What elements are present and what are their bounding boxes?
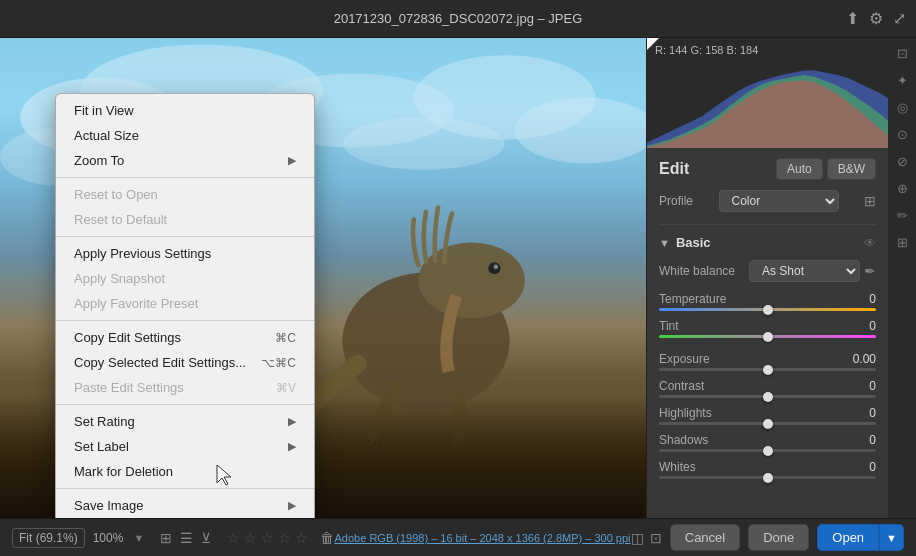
trash-icon[interactable]: 🗑 <box>320 530 334 546</box>
red-eye-icon[interactable]: ◎ <box>897 100 908 115</box>
brush-icon[interactable]: ✏ <box>897 208 908 223</box>
open-button-group: Open ▼ <box>817 524 904 551</box>
panel-icons-strip: ⊡ ✦ ◎ ⊙ ⊘ ⊕ ✏ ⊞ <box>888 38 916 518</box>
exposure-slider-row: Exposure 0.00 <box>659 352 876 371</box>
profile-row: Profile Color ⊞ <box>659 190 876 212</box>
auto-button[interactable]: Auto <box>776 158 823 180</box>
highlights-thumb[interactable] <box>763 419 773 429</box>
temperature-label: Temperature <box>659 292 726 306</box>
menu-item-copy-selected[interactable]: Copy Selected Edit Settings... ⌥⌘C <box>56 350 314 375</box>
file-info: Adobe RGB (1998) – 16 bit – 2048 x 1366 … <box>335 532 631 544</box>
menu-item-mark-deletion[interactable]: Mark for Deletion <box>56 459 314 484</box>
menu-item-apply-favorite: Apply Favorite Preset <box>56 291 314 316</box>
tint-track[interactable] <box>659 335 876 338</box>
edit-panel: Edit Auto B&W Profile Color ⊞ ▼ Basic 👁 <box>647 148 916 518</box>
share-icon[interactable]: ⬆ <box>846 9 859 28</box>
bottom-left: Fit (69.1%) 100% ▼ ⊞ ☰ ⊻ ☆ ☆ ☆ ☆ ☆ 🗑 <box>12 528 334 548</box>
temperature-track[interactable] <box>659 308 876 311</box>
menu-item-copy-edit[interactable]: Copy Edit Settings ⌘C <box>56 325 314 350</box>
visibility-icon[interactable]: 👁 <box>864 236 876 250</box>
histogram-canvas <box>647 62 916 148</box>
tint-value: 0 <box>869 319 876 333</box>
save-image-arrow: ▶ <box>288 499 296 512</box>
side-by-side-icon[interactable]: ⊡ <box>650 530 662 546</box>
star-2[interactable]: ☆ <box>244 530 257 546</box>
wb-select[interactable]: As Shot <box>749 260 860 282</box>
healing-icon[interactable]: ✦ <box>897 73 908 88</box>
separator-4 <box>56 404 314 405</box>
list-view-icon[interactable]: ☰ <box>180 530 193 546</box>
tint-slider-row: Tint 0 <box>659 319 876 338</box>
bottom-right: ◫ ⊡ Cancel Done Open ▼ <box>631 524 904 551</box>
tool-icons: ⊞ ☰ ⊻ <box>160 530 211 546</box>
star-1[interactable]: ☆ <box>227 530 240 546</box>
fullscreen-icon[interactable]: ⤢ <box>893 9 906 28</box>
shadows-thumb[interactable] <box>763 446 773 456</box>
menu-item-fit-in-view[interactable]: Fit in View <box>56 98 314 123</box>
open-dropdown-button[interactable]: ▼ <box>879 524 904 551</box>
edit-title: Edit <box>659 160 689 178</box>
zoom-fit-label[interactable]: Fit (69.1%) <box>12 528 85 548</box>
star-5[interactable]: ☆ <box>295 530 308 546</box>
star-rating[interactable]: ☆ ☆ ☆ ☆ ☆ <box>227 530 308 546</box>
histogram-rgb-values: R: 144 G: 158 B: 184 <box>655 44 758 56</box>
set-label-arrow: ▶ <box>288 440 296 453</box>
contrast-label: Contrast <box>659 379 704 393</box>
zoom-dropdown-arrow[interactable]: ▼ <box>133 532 144 544</box>
menu-item-reset-default: Reset to Default <box>56 207 314 232</box>
highlights-track[interactable] <box>659 422 876 425</box>
filter-icon[interactable]: ⊻ <box>201 530 211 546</box>
file-info-text[interactable]: Adobe RGB (1998) – 16 bit – 2048 x 1366 … <box>335 532 631 544</box>
zoom-icon[interactable]: ⊕ <box>897 181 908 196</box>
menu-item-save-image[interactable]: Save Image ▶ <box>56 493 314 518</box>
separator-3 <box>56 320 314 321</box>
grid-view-icon[interactable]: ⊞ <box>160 530 172 546</box>
profile-grid-icon[interactable]: ⊞ <box>864 193 876 209</box>
tint-label: Tint <box>659 319 679 333</box>
gear-icon[interactable]: ⚙ <box>869 9 883 28</box>
highlight-clipping-indicator[interactable] <box>647 38 659 50</box>
bw-button[interactable]: B&W <box>827 158 876 180</box>
crop-icon[interactable]: ⊡ <box>897 46 908 61</box>
done-button[interactable]: Done <box>748 524 809 551</box>
contrast-thumb[interactable] <box>763 392 773 402</box>
grid-icon[interactable]: ⊞ <box>897 235 908 250</box>
menu-item-set-label[interactable]: Set Label ▶ <box>56 434 314 459</box>
separator-1 <box>56 177 314 178</box>
menu-item-actual-size[interactable]: Actual Size <box>56 123 314 148</box>
cancel-button[interactable]: Cancel <box>670 524 740 551</box>
mask-icon[interactable]: ⊙ <box>897 127 908 142</box>
basic-section-title: Basic <box>676 235 711 250</box>
section-collapse-icon[interactable]: ▼ <box>659 237 670 249</box>
contrast-track[interactable] <box>659 395 876 398</box>
white-balance-row: White balance As Shot ✒ <box>659 260 876 282</box>
menu-item-zoom-to[interactable]: Zoom To ▶ <box>56 148 314 173</box>
whites-track[interactable] <box>659 476 876 479</box>
whites-thumb[interactable] <box>763 473 773 483</box>
exposure-thumb[interactable] <box>763 365 773 375</box>
menu-item-apply-previous[interactable]: Apply Previous Settings <box>56 241 314 266</box>
eyedropper-icon[interactable]: ✒ <box>864 263 876 279</box>
open-button[interactable]: Open <box>817 524 879 551</box>
edit-header: Edit Auto B&W <box>659 158 876 180</box>
shadows-track[interactable] <box>659 449 876 452</box>
histogram-info: R: 144 G: 158 B: 184 <box>655 44 758 56</box>
menu-item-set-rating[interactable]: Set Rating ▶ <box>56 409 314 434</box>
copy-selected-shortcut: ⌥⌘C <box>261 356 296 370</box>
temperature-thumb[interactable] <box>763 305 773 315</box>
right-panel: R: 144 G: 158 B: 184 ▦ ⊕ ◫ ↻ <box>646 38 916 518</box>
tint-thumb[interactable] <box>763 332 773 342</box>
shadows-slider-row: Shadows 0 <box>659 433 876 452</box>
profile-label: Profile <box>659 194 693 208</box>
contrast-value: 0 <box>869 379 876 393</box>
star-3[interactable]: ☆ <box>261 530 274 546</box>
copy-edit-shortcut: ⌘C <box>275 331 296 345</box>
menu-item-paste-edit: Paste Edit Settings ⌘V <box>56 375 314 400</box>
exposure-track[interactable] <box>659 368 876 371</box>
exposure-value: 0.00 <box>853 352 876 366</box>
highlights-slider-row: Highlights 0 <box>659 406 876 425</box>
adjustment-icon[interactable]: ⊘ <box>897 154 908 169</box>
compare-split-icon[interactable]: ◫ <box>631 530 644 546</box>
star-4[interactable]: ☆ <box>278 530 291 546</box>
profile-select[interactable]: Color <box>719 190 839 212</box>
